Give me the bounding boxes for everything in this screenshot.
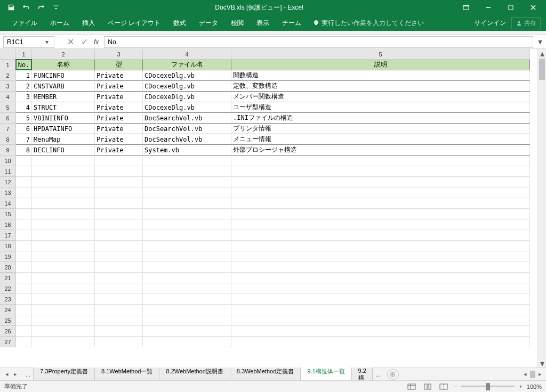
vertical-scrollbar[interactable]: ▴ ▾ [537,49,546,368]
share-button[interactable]: 共有 [511,17,541,29]
cell[interactable] [32,283,95,294]
cell[interactable] [95,251,143,262]
table-header-cell[interactable]: 説明 [231,60,530,70]
add-sheet-button[interactable]: ⊕ [387,369,399,380]
row-header[interactable]: 4 [0,92,16,102]
cell[interactable] [32,198,95,209]
cell[interactable] [231,283,530,294]
signin-link[interactable]: サインイン [474,19,506,28]
cell[interactable] [231,251,530,262]
cell[interactable]: STRUCT [32,102,95,113]
cell[interactable] [16,273,32,283]
undo-button[interactable] [19,1,33,14]
ribbon-tab-2[interactable]: 挿入 [76,15,101,31]
tab-overflow-right[interactable]: ... [373,371,384,378]
cell[interactable] [32,305,95,315]
cell[interactable]: DECLINFO [32,145,95,156]
cell[interactable] [231,262,530,273]
ribbon-tab-3[interactable]: ページ レイアウト [101,15,167,31]
cell[interactable] [231,305,530,315]
cell[interactable] [32,166,95,177]
cell[interactable] [16,294,32,305]
cell[interactable] [95,262,143,273]
cell[interactable] [143,315,231,326]
cell[interactable]: CDocexeDlg.vb [143,92,231,102]
row-header[interactable]: 10 [0,156,16,166]
cell[interactable] [32,209,95,219]
cell[interactable] [231,326,530,337]
table-header-cell[interactable]: No. [16,60,32,70]
cell[interactable] [143,337,231,347]
cell[interactable] [16,326,32,337]
cell[interactable] [95,187,143,198]
cell[interactable]: メンバー関数構造 [231,92,530,102]
cell[interactable] [143,219,231,230]
row-header[interactable]: 7 [0,124,16,134]
cell[interactable] [143,166,231,177]
cell[interactable]: Private [95,113,143,124]
column-header[interactable]: 1 [16,49,32,60]
column-header[interactable]: 2 [32,49,95,60]
ribbon-tab-6[interactable]: 校閲 [224,15,250,31]
table-header-cell[interactable]: 名称 [32,60,95,70]
tab-scroll-right-icon[interactable]: ▸ [12,371,19,378]
row-header[interactable]: 23 [0,294,16,305]
ribbon-tab-8[interactable]: チーム [276,15,308,31]
name-box-dropdown-icon[interactable]: ▾ [43,38,51,46]
normal-view-button[interactable] [406,382,417,391]
cell[interactable] [95,283,143,294]
cell[interactable]: 定数、変数構造 [231,81,530,92]
cell[interactable]: 2 [16,81,32,92]
cell[interactable]: Private [95,92,143,102]
cell[interactable] [95,166,143,177]
row-header[interactable]: 6 [0,113,16,124]
cell[interactable] [16,283,32,294]
scroll-down-icon[interactable]: ▾ [538,359,546,368]
row-header[interactable]: 16 [0,219,16,230]
cell[interactable] [32,251,95,262]
row-header[interactable]: 24 [0,305,16,315]
row-header[interactable]: 11 [0,166,16,177]
cell[interactable]: CNSTVARB [32,81,95,92]
cell[interactable] [231,315,530,326]
cell[interactable]: DocSearchVol.vb [143,113,231,124]
close-button[interactable] [523,1,544,14]
redo-button[interactable] [34,1,48,14]
cell[interactable] [16,198,32,209]
ribbon-tab-0[interactable]: ファイル [5,15,44,31]
cell[interactable] [143,198,231,209]
row-header[interactable]: 20 [0,262,16,273]
cell[interactable]: MEMBER [32,92,95,102]
cell[interactable]: 3 [16,92,32,102]
cell[interactable] [143,305,231,315]
cell[interactable] [32,241,95,251]
cell[interactable]: 1 [16,70,32,81]
cell[interactable] [16,156,32,166]
cell[interactable] [95,177,143,187]
cell[interactable] [32,326,95,337]
row-header[interactable]: 1 [0,60,16,70]
maximize-button[interactable] [500,1,521,14]
cell[interactable] [231,241,530,251]
tab-overflow-left[interactable]: ... [22,371,34,378]
cell[interactable] [16,230,32,241]
cell[interactable] [16,209,32,219]
zoom-in-button[interactable]: + [519,383,522,390]
scroll-thumb[interactable] [539,59,545,80]
ribbon-display-button[interactable] [455,1,477,14]
worksheet-grid[interactable]: 12345 1234567891011121314151617181920212… [0,49,546,368]
row-header[interactable]: 9 [0,145,16,156]
cell[interactable]: VBINIINFO [32,113,95,124]
cell[interactable] [16,337,32,347]
cell[interactable] [32,315,95,326]
cell[interactable] [231,273,530,283]
row-header[interactable]: 5 [0,102,16,113]
cell[interactable]: CDocexeDlg.vb [143,102,231,113]
name-box[interactable]: R1C1 ▾ [3,36,54,48]
cell[interactable] [32,156,95,166]
cell[interactable] [16,251,32,262]
cell[interactable] [16,262,32,273]
cell[interactable] [143,241,231,251]
cell[interactable] [95,315,143,326]
cell[interactable] [231,187,530,198]
